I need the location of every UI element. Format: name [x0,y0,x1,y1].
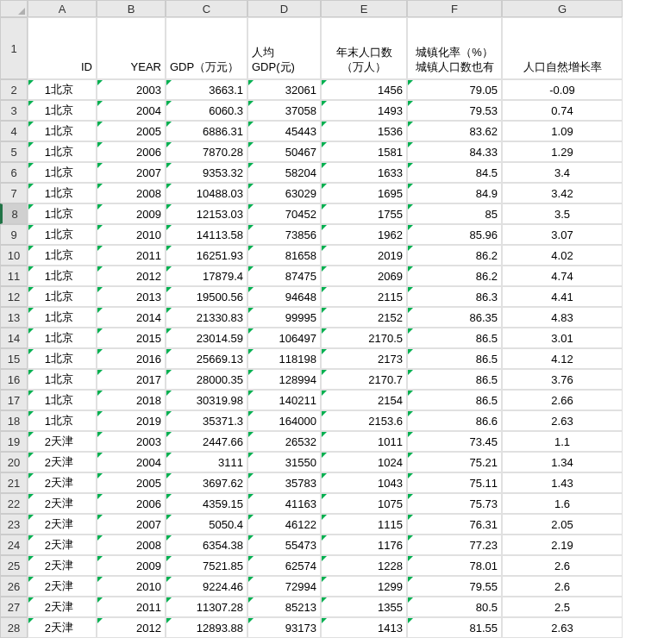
col-hdr-a[interactable]: A [28,0,97,17]
cell-c-7[interactable]: 10488.03 [166,183,247,203]
header-urbanization[interactable]: 城镇化率（%）城镇人口数也有 [407,17,502,79]
row-hdr-26[interactable]: 26 [0,576,28,597]
cell-e-13[interactable]: 2152 [321,307,407,328]
cell-f-9[interactable]: 85.96 [407,224,502,245]
row-hdr-23[interactable]: 23 [0,514,28,535]
cell-f-12[interactable]: 86.3 [407,286,502,307]
cell-g-18[interactable]: 2.63 [502,410,623,431]
cell-f-26[interactable]: 79.55 [407,576,502,597]
cell-d-20[interactable]: 31550 [247,452,321,472]
cell-c-15[interactable]: 25669.13 [166,348,247,369]
cell-f-8[interactable]: 85 [407,203,502,224]
cell-b-16[interactable]: 2017 [97,369,166,390]
cell-g-26[interactable]: 2.6 [502,576,623,597]
col-hdr-g[interactable]: G [502,0,623,17]
cell-b-26[interactable]: 2010 [97,576,166,597]
cell-f-16[interactable]: 86.5 [407,369,502,390]
cell-b-24[interactable]: 2008 [97,535,166,555]
cell-b-12[interactable]: 2013 [97,286,166,307]
cell-d-5[interactable]: 50467 [247,141,321,162]
header-id[interactable]: ID [28,17,97,79]
cell-b-25[interactable]: 2009 [97,555,166,576]
cell-e-8[interactable]: 1755 [321,203,407,224]
cell-g-28[interactable]: 2.63 [502,617,623,638]
cell-d-25[interactable]: 62574 [247,555,321,576]
cell-a-6[interactable]: 1北京 [28,162,97,183]
cell-b-10[interactable]: 2011 [97,245,166,266]
row-hdr-22[interactable]: 22 [0,493,28,514]
row-hdr-25[interactable]: 25 [0,555,28,576]
header-gdp-per-capita[interactable]: 人均GDP(元) [247,17,321,79]
cell-e-20[interactable]: 1024 [321,452,407,472]
cell-g-3[interactable]: 0.74 [502,100,623,121]
cell-e-3[interactable]: 1493 [321,100,407,121]
cell-a-23[interactable]: 2天津 [28,514,97,535]
cell-e-15[interactable]: 2173 [321,348,407,369]
cell-c-13[interactable]: 21330.83 [166,307,247,328]
cell-g-25[interactable]: 2.6 [502,555,623,576]
row-hdr-2[interactable]: 2 [0,79,28,100]
cell-a-7[interactable]: 1北京 [28,183,97,203]
cell-e-5[interactable]: 1581 [321,141,407,162]
cell-b-20[interactable]: 2004 [97,452,166,472]
cell-f-22[interactable]: 75.73 [407,493,502,514]
cell-d-12[interactable]: 94648 [247,286,321,307]
cell-c-16[interactable]: 28000.35 [166,369,247,390]
cell-f-7[interactable]: 84.9 [407,183,502,203]
cell-c-4[interactable]: 6886.31 [166,121,247,141]
cell-e-22[interactable]: 1075 [321,493,407,514]
col-hdr-c[interactable]: C [166,0,247,17]
cell-f-4[interactable]: 83.62 [407,121,502,141]
cell-f-24[interactable]: 77.23 [407,535,502,555]
cell-c-8[interactable]: 12153.03 [166,203,247,224]
cell-c-14[interactable]: 23014.59 [166,328,247,348]
cell-b-19[interactable]: 2003 [97,431,166,452]
cell-d-22[interactable]: 41163 [247,493,321,514]
row-hdr-18[interactable]: 18 [0,410,28,431]
cell-g-12[interactable]: 4.41 [502,286,623,307]
cell-d-19[interactable]: 26532 [247,431,321,452]
row-hdr-19[interactable]: 19 [0,431,28,452]
cell-g-9[interactable]: 3.07 [502,224,623,245]
cell-c-24[interactable]: 6354.38 [166,535,247,555]
cell-f-5[interactable]: 84.33 [407,141,502,162]
cell-a-28[interactable]: 2天津 [28,617,97,638]
cell-g-10[interactable]: 4.02 [502,245,623,266]
cell-g-13[interactable]: 4.83 [502,307,623,328]
cell-d-6[interactable]: 58204 [247,162,321,183]
row-hdr-7[interactable]: 7 [0,183,28,203]
cell-f-3[interactable]: 79.53 [407,100,502,121]
cell-b-15[interactable]: 2016 [97,348,166,369]
header-year[interactable]: YEAR [97,17,166,79]
cell-g-24[interactable]: 2.19 [502,535,623,555]
cell-e-2[interactable]: 1456 [321,79,407,100]
cell-d-7[interactable]: 63029 [247,183,321,203]
cell-c-23[interactable]: 5050.4 [166,514,247,535]
cell-e-27[interactable]: 1355 [321,597,407,617]
cell-f-17[interactable]: 86.5 [407,390,502,410]
cell-e-10[interactable]: 2019 [321,245,407,266]
row-hdr-27[interactable]: 27 [0,597,28,617]
row-hdr-21[interactable]: 21 [0,472,28,493]
cell-d-14[interactable]: 106497 [247,328,321,348]
cell-e-21[interactable]: 1043 [321,472,407,493]
cell-g-5[interactable]: 1.29 [502,141,623,162]
cell-g-17[interactable]: 2.66 [502,390,623,410]
cell-g-6[interactable]: 3.4 [502,162,623,183]
cell-c-19[interactable]: 2447.66 [166,431,247,452]
cell-f-2[interactable]: 79.05 [407,79,502,100]
cell-d-3[interactable]: 37058 [247,100,321,121]
row-hdr-17[interactable]: 17 [0,390,28,410]
cell-g-11[interactable]: 4.74 [502,266,623,286]
cell-f-19[interactable]: 73.45 [407,431,502,452]
cell-b-11[interactable]: 2012 [97,266,166,286]
cell-d-21[interactable]: 35783 [247,472,321,493]
cell-f-11[interactable]: 86.2 [407,266,502,286]
header-growth-rate[interactable]: 人口自然增长率 [502,17,623,79]
cell-g-19[interactable]: 1.1 [502,431,623,452]
cell-e-25[interactable]: 1228 [321,555,407,576]
header-population[interactable]: 年末人口数（万人） [321,17,407,79]
cell-g-21[interactable]: 1.43 [502,472,623,493]
cell-g-4[interactable]: 1.09 [502,121,623,141]
cell-b-7[interactable]: 2008 [97,183,166,203]
